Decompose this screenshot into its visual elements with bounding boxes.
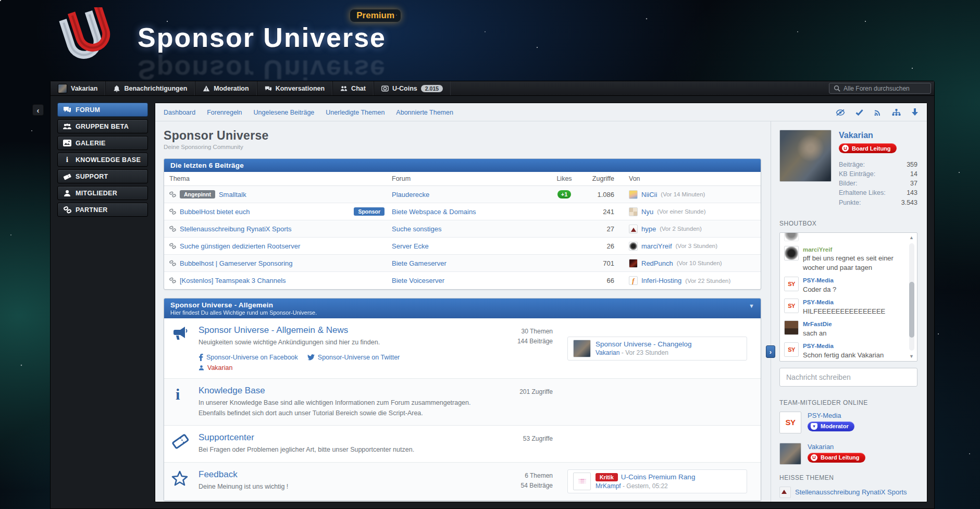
latest-post-link[interactable]: Sponsor Universe - Changelog — [596, 340, 692, 348]
scroll-up-icon[interactable]: ▲ — [909, 235, 914, 240]
breadcrumb-unerledigte[interactable]: Unerledigte Themen — [326, 109, 384, 116]
forum-title-link[interactable]: Supportcenter — [199, 432, 475, 443]
shoutbox-message: SY PSY-Media Schon fertig dank Vakarian — [784, 342, 903, 359]
profile-avatar[interactable] — [779, 130, 832, 182]
avatar[interactable]: SY — [784, 277, 799, 291]
shoutbox-user[interactable]: PSY-Media — [803, 299, 885, 307]
team-member-link[interactable]: Vakarian — [808, 443, 865, 451]
sidebar-item-support[interactable]: SUPPORT — [57, 169, 148, 183]
forum-title-link[interactable]: Knowledge Base — [199, 386, 475, 396]
nav-ucoins[interactable]: U-Coins 2.015 — [374, 81, 451, 95]
sidebar-item-knowledge-base[interactable]: i KNOWLEDGE BASE — [57, 153, 148, 167]
forum-search[interactable]: Alle Foren durchsuchen — [829, 83, 931, 94]
rss-icon[interactable] — [874, 109, 882, 116]
shoutbox-user[interactable]: PSY-Media — [803, 277, 836, 285]
forum-link[interactable]: Plauderecke — [392, 191, 429, 198]
scroll-thumb[interactable] — [909, 282, 914, 338]
avatar[interactable] — [629, 242, 638, 251]
profile-name-link[interactable]: Vakarian — [839, 131, 917, 140]
avatar[interactable]: SY — [784, 299, 799, 313]
forum-link[interactable]: Suche sonstiges — [392, 225, 441, 233]
collapse-left-button[interactable]: ‹ — [32, 104, 44, 116]
nav-notifications[interactable]: Benachrichtigungen — [105, 81, 195, 95]
breadcrumb-dashboard[interactable]: Dashboard — [164, 109, 195, 116]
avatar[interactable]: SY — [779, 412, 801, 433]
chevron-down-icon[interactable]: ▼ — [749, 303, 754, 309]
avatar[interactable]: SY — [784, 342, 799, 357]
avatar[interactable] — [629, 190, 638, 199]
eye-off-icon[interactable] — [836, 109, 845, 116]
avatar[interactable] — [779, 487, 791, 498]
table-header: Thema Forum Likes Zugriffe Von — [164, 172, 761, 186]
facebook-link[interactable]: Sponsor-Universe on Facebook — [199, 354, 298, 361]
forum-stats: 6 Themen 54 Beiträge — [475, 469, 553, 493]
shoutbox-input[interactable] — [779, 368, 917, 387]
forum-title-link[interactable]: Sponsor Universe - Allgemein & News — [199, 325, 475, 336]
twitter-link[interactable]: Sponsor-Universe on Twitter — [307, 354, 400, 361]
brand-title[interactable]: Sponsor Universe — [138, 22, 386, 53]
brand-logo-icon[interactable] — [50, 7, 128, 75]
sidebar-item-mitglieder[interactable]: MITGLIEDER — [57, 186, 148, 200]
avatar[interactable]: ░▒░ — [573, 473, 591, 490]
jump-down-icon[interactable] — [911, 108, 919, 116]
breadcrumb-forenregeln[interactable]: Forenregeln — [207, 109, 242, 116]
forum-link[interactable]: Biete Webspace & Domains — [392, 208, 476, 216]
hot-topic-link[interactable]: Stellenausschreibung RynatiX Sports — [795, 488, 907, 496]
shoutbox-user[interactable]: marciYreif — [803, 246, 903, 254]
nav-moderation[interactable]: Moderation — [195, 81, 256, 95]
check-icon[interactable] — [855, 109, 863, 116]
views-count: 201 Zugriffe — [475, 387, 553, 397]
breadcrumb-ungelesene[interactable]: Ungelesene Beiträge — [254, 109, 315, 116]
link-icon — [169, 243, 176, 250]
topic-link[interactable]: Stellenausschreibung RynatiX Sports — [180, 225, 292, 233]
forum-description: In unserer Knowledge Base sind alle wich… — [199, 398, 475, 418]
collapse-sidebar-button[interactable]: › — [766, 345, 775, 358]
sidebar-item-galerie[interactable]: GALERIE — [57, 136, 148, 150]
sidebar-item-partner[interactable]: PARTNER — [57, 203, 148, 217]
avatar[interactable]: f — [629, 276, 638, 285]
latest-post-link[interactable]: U-Coins Premium Rang — [621, 473, 696, 481]
breadcrumb-abonnierte[interactable]: Abonnierte Themen — [396, 109, 453, 116]
nav-user[interactable]: Vakarian — [51, 81, 105, 95]
forum-title-link[interactable]: Feedback — [199, 469, 475, 480]
avatar[interactable] — [629, 259, 638, 268]
topic-link[interactable]: Bubbelhost | Gameserver Sponsoring — [180, 259, 293, 267]
team-online-heading: TEAM-MITGLIEDER ONLINE — [779, 399, 917, 406]
nav-conversations[interactable]: Konversationen — [257, 81, 332, 95]
shoutbox-user[interactable]: PSY-Media — [803, 342, 884, 351]
team-member-link[interactable]: PSY-Media — [808, 412, 854, 419]
avatar[interactable] — [573, 340, 591, 357]
user-link[interactable]: RedPunch — [641, 259, 673, 267]
forum-link[interactable]: Server Ecke — [392, 242, 429, 250]
topic-link[interactable]: Suche günstigen dedizierten Rootserver — [180, 242, 300, 250]
avatar[interactable] — [784, 246, 799, 260]
sitemap-icon[interactable] — [892, 109, 901, 116]
user-link[interactable]: marciYreif — [641, 242, 672, 250]
topic-link[interactable]: BubbelHost bietet euch — [180, 208, 250, 216]
moderator-user-link[interactable]: Vakarian — [199, 364, 232, 371]
forum-description: Bei Fragen oder Problemen jeglicher Art,… — [199, 445, 475, 455]
user-link[interactable]: Nyu — [641, 208, 653, 216]
avatar[interactable] — [629, 225, 638, 233]
shoutbox-scrollbar[interactable]: ▲ ▼ — [908, 235, 915, 359]
latest-post-user[interactable]: MrKampf — [596, 482, 621, 490]
avatar[interactable] — [784, 320, 799, 335]
avatar[interactable] — [779, 443, 801, 465]
forum-link[interactable]: Biete Voiceserver — [392, 277, 444, 284]
user-link[interactable]: NiiCii — [641, 191, 657, 198]
twitter-link-label: Sponsor-Universe on Twitter — [318, 354, 400, 361]
nav-chat[interactable]: Chat — [332, 81, 374, 95]
topic-link[interactable]: Smalltalk — [219, 191, 246, 198]
sidebar-item-gruppen[interactable]: GRUPPEN BETA — [57, 119, 148, 133]
shoutbox-user[interactable]: MrFastDie — [803, 320, 832, 329]
latest-post-user[interactable]: Vakarian — [596, 349, 619, 356]
user-link[interactable]: Inferi-Hosting — [641, 277, 681, 284]
sidebar-item-forum[interactable]: FORUM — [57, 103, 148, 117]
rank-badge-label: Board Leitung — [852, 145, 891, 152]
avatar[interactable] — [629, 207, 638, 216]
user-link[interactable]: hype — [641, 225, 656, 233]
forum-link[interactable]: Biete Gameserver — [392, 259, 446, 267]
topic-link[interactable]: [Kostenlos] Teamspeak 3 Channels — [180, 277, 286, 284]
col-forum: Forum — [390, 175, 549, 182]
scroll-down-icon[interactable]: ▼ — [909, 354, 914, 359]
